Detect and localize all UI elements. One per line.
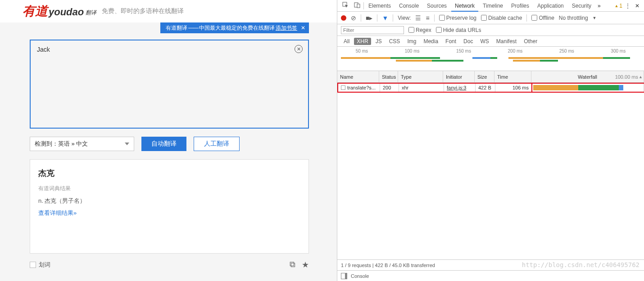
col-time[interactable]: Time bbox=[494, 71, 531, 82]
cat-js[interactable]: JS bbox=[373, 38, 385, 45]
clear-icon[interactable]: ⊘ bbox=[351, 14, 356, 22]
regex-checkbox[interactable]: Regex bbox=[408, 27, 431, 33]
filter-row: Regex Hide data URLs bbox=[337, 24, 644, 36]
timeline-overview[interactable]: 50 ms 100 ms 150 ms 200 ms 250 ms 300 ms bbox=[337, 47, 644, 71]
footer-row: 划词 ⧉ ★ bbox=[30, 260, 309, 270]
cat-doc[interactable]: Doc bbox=[461, 38, 476, 45]
star-icon[interactable]: ★ bbox=[302, 260, 309, 270]
separator bbox=[393, 14, 393, 22]
logo-py: youdao bbox=[49, 6, 84, 18]
view-frames-icon[interactable]: ≡ bbox=[426, 14, 429, 22]
preserve-log-checkbox[interactable]: Preserve log bbox=[439, 15, 476, 21]
drawer[interactable]: Console bbox=[337, 270, 644, 281]
tab-profiles[interactable]: Profiles bbox=[508, 0, 533, 12]
col-status[interactable]: Status bbox=[379, 71, 398, 82]
capture-icon[interactable]: ■▸ bbox=[366, 14, 372, 22]
filter-categories: All XHR JS CSS Img Media Font Doc WS Man… bbox=[337, 36, 644, 47]
tab-sources[interactable]: Sources bbox=[423, 0, 450, 12]
col-type[interactable]: Type bbox=[398, 71, 443, 82]
throttling-select[interactable]: No throttling bbox=[559, 15, 588, 21]
devtools-panel: Elements Console Sources Network Timelin… bbox=[337, 0, 644, 281]
offline-checkbox[interactable]: Offline bbox=[531, 15, 554, 21]
tab-application[interactable]: Application bbox=[534, 0, 567, 12]
col-initiator[interactable]: Initiator bbox=[443, 71, 475, 82]
col-name[interactable]: Name bbox=[337, 71, 379, 82]
tab-timeline[interactable]: Timeline bbox=[479, 0, 507, 12]
request-row[interactable]: translate?s... 200 xhr fanyi.js:3 422 B … bbox=[337, 83, 644, 93]
see-more-link[interactable]: 查看详细结果» bbox=[38, 210, 77, 216]
view-label: View: bbox=[398, 15, 411, 21]
clear-input-icon[interactable]: ✕ bbox=[295, 45, 303, 53]
cat-media[interactable]: Media bbox=[421, 38, 441, 45]
tab-console[interactable]: Console bbox=[395, 0, 422, 12]
translate-input[interactable]: Jack ✕ bbox=[30, 40, 309, 129]
banner-add-bookmark-link[interactable]: 添加书签 bbox=[276, 24, 297, 32]
auto-translate-button[interactable]: 自动翻译 bbox=[141, 137, 186, 151]
request-initiator[interactable]: fanyi.js:3 bbox=[444, 84, 476, 92]
footer-icons: ⧉ ★ bbox=[290, 260, 309, 270]
col-waterfall[interactable]: Waterfall 100.00 ms ▲ bbox=[531, 71, 644, 82]
controls-row: 检测到：英语 » 中文 自动翻译 人工翻译 bbox=[30, 137, 309, 151]
request-type: xhr bbox=[399, 84, 444, 92]
tab-security[interactable]: Security bbox=[568, 0, 595, 12]
cat-ws[interactable]: WS bbox=[477, 38, 491, 45]
result-card: 杰克 有道词典结果 n. 杰克（男子名） 查看详细结果» bbox=[30, 159, 309, 254]
tick: 200 ms bbox=[508, 49, 523, 54]
scroll-up-icon[interactable]: ▲ bbox=[639, 75, 643, 79]
cat-xhr[interactable]: XHR bbox=[354, 38, 371, 45]
huaci-label: 划词 bbox=[39, 261, 50, 269]
inspect-icon[interactable] bbox=[340, 2, 351, 9]
request-size: 422 B bbox=[476, 84, 495, 92]
tab-network[interactable]: Network bbox=[451, 0, 478, 12]
drawer-dock-icon[interactable] bbox=[341, 273, 347, 279]
filter-input[interactable] bbox=[341, 26, 404, 34]
status-bar: 1 / 9 requests | 422 B / 45.0 KB transfe… bbox=[337, 259, 644, 270]
language-select[interactable]: 检测到：英语 » 中文 bbox=[30, 137, 134, 151]
kebab-icon[interactable]: ⋮ bbox=[623, 3, 632, 9]
logo-zh: 有道 bbox=[23, 3, 48, 20]
banner-dash: —— bbox=[188, 25, 198, 31]
huaci-checkbox[interactable]: 划词 bbox=[30, 261, 50, 269]
request-time: 106 ms bbox=[495, 84, 532, 92]
banner-close-icon[interactable]: ✕ bbox=[301, 25, 305, 31]
tab-elements[interactable]: Elements bbox=[365, 0, 395, 12]
record-icon[interactable] bbox=[341, 15, 346, 21]
row-checkbox-icon[interactable] bbox=[341, 85, 345, 90]
network-grid-body: translate?s... 200 xhr fanyi.js:3 422 B … bbox=[337, 83, 644, 259]
request-waterfall bbox=[532, 84, 644, 92]
result-title: 杰克 bbox=[38, 168, 300, 178]
banner-desc: 中国最大最稳定的免费在线翻译 bbox=[199, 24, 275, 32]
filter-icon[interactable]: ▼ bbox=[382, 14, 388, 22]
cat-font[interactable]: Font bbox=[443, 38, 459, 45]
hide-data-urls-checkbox[interactable]: Hide data URLs bbox=[436, 27, 481, 33]
copy-icon[interactable]: ⧉ bbox=[290, 260, 295, 270]
close-devtools-icon[interactable]: ✕ bbox=[633, 3, 641, 9]
separator bbox=[363, 2, 364, 9]
drawer-console-tab[interactable]: Console bbox=[351, 273, 369, 279]
cat-css[interactable]: CSS bbox=[386, 38, 403, 45]
col-size[interactable]: Size bbox=[475, 71, 494, 82]
network-grid-header: Name Status Type Initiator Size Time Wat… bbox=[337, 71, 644, 83]
main-area: 有道翻译 —— 中国最大最稳定的免费在线翻译 添加书签 ✕ Jack ✕ 检测到… bbox=[0, 22, 337, 281]
cat-manifest[interactable]: Manifest bbox=[494, 38, 519, 45]
device-icon[interactable] bbox=[352, 2, 363, 9]
tick: 50 ms bbox=[356, 49, 368, 54]
banner-label: 有道翻译 bbox=[166, 24, 187, 32]
disable-cache-checkbox[interactable]: Disable cache bbox=[481, 15, 522, 21]
human-translate-button[interactable]: 人工翻译 bbox=[194, 137, 240, 151]
promo-banner: 有道翻译 —— 中国最大最稳定的免费在线翻译 添加书签 ✕ bbox=[160, 22, 309, 33]
throttling-caret-icon[interactable]: ▼ bbox=[593, 16, 597, 20]
youdao-page: 有道 youdao 翻译 免费、即时的多语种在线翻译 有道翻译 —— 中国最大最… bbox=[0, 0, 337, 281]
tick: 250 ms bbox=[559, 49, 574, 54]
caret-down-icon bbox=[125, 143, 129, 145]
cat-other[interactable]: Other bbox=[521, 38, 540, 45]
separator bbox=[377, 14, 377, 22]
view-list-icon[interactable]: ☰ bbox=[415, 14, 421, 22]
cat-img[interactable]: Img bbox=[404, 38, 419, 45]
cat-all[interactable]: All bbox=[341, 38, 352, 45]
tabs-overflow-icon[interactable]: » bbox=[596, 3, 603, 9]
youdao-logo[interactable]: 有道 youdao 翻译 bbox=[23, 3, 96, 20]
warnings-badge[interactable]: 1 bbox=[614, 3, 622, 9]
language-select-label: 检测到：英语 » 中文 bbox=[35, 140, 88, 148]
separator bbox=[434, 14, 435, 22]
